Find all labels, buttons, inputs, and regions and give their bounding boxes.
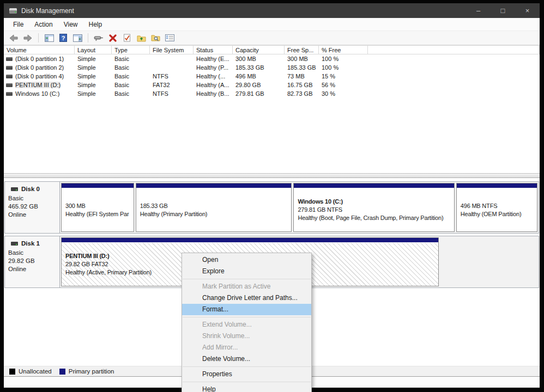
volume-list-header: Volume Layout Type File System Status Ca… <box>4 45 540 54</box>
primary-partition-swatch <box>59 369 65 375</box>
forward-icon[interactable] <box>22 33 34 44</box>
column-header-volume[interactable]: Volume <box>4 46 75 54</box>
column-header-capacity[interactable]: Capacity <box>233 46 285 54</box>
disk-icon <box>11 242 18 246</box>
svg-text:?: ? <box>62 35 65 41</box>
disk1-label-panel[interactable]: Disk 1 Basic 29.82 GB Online <box>5 236 60 287</box>
menu-file[interactable]: File <box>8 19 29 30</box>
minimize-button[interactable]: – <box>466 3 491 18</box>
menu-item-format[interactable]: Format... <box>182 304 311 315</box>
disk0-state: Online <box>8 211 56 219</box>
help-icon[interactable]: ? <box>57 33 69 44</box>
disk1-kind: Basic <box>8 249 56 257</box>
menu-separator <box>183 279 311 279</box>
toolbar-separator <box>88 33 88 42</box>
volume-icon <box>6 66 13 70</box>
column-header-file-system[interactable]: File System <box>150 46 194 54</box>
pane-splitter[interactable] <box>4 173 540 178</box>
disk1-size: 29.82 GB <box>8 257 56 265</box>
toolbar: ? <box>4 31 540 45</box>
column-header-free-space[interactable]: Free Sp... <box>285 46 319 54</box>
column-header-pct-free[interactable]: % Free <box>319 46 368 54</box>
close-button[interactable]: × <box>515 3 540 18</box>
menu-item-shrink-volume: Shrink Volume... <box>182 330 311 342</box>
primary-partition-stripe <box>62 238 438 243</box>
volume-icon <box>6 75 13 78</box>
delete-icon[interactable] <box>107 33 119 44</box>
unallocated-swatch <box>9 369 15 375</box>
disk0-partition1[interactable]: 300 MB Healthy (EFI System Par <box>61 183 134 232</box>
menu-item-explore[interactable]: Explore <box>182 266 311 277</box>
title-bar: Disk Management – □ × <box>4 3 540 18</box>
column-header-layout[interactable]: Layout <box>75 46 112 54</box>
screenshot-root: { "window": { "title": "Disk Management"… <box>0 0 544 392</box>
disk0-partition-c[interactable]: Windows 10 (C:) 279.81 GB NTFS Healthy (… <box>293 183 454 232</box>
check-document-icon[interactable] <box>121 33 133 44</box>
window-controls: – □ × <box>466 3 540 18</box>
menu-item-delete-volume[interactable]: Delete Volume... <box>182 353 311 365</box>
volume-icon <box>6 83 13 87</box>
table-row[interactable]: (Disk 0 partition 2) Simple Basic Health… <box>4 63 540 72</box>
app-disk-icon <box>9 8 17 14</box>
toolbar-separator <box>38 33 39 42</box>
maximize-button[interactable]: □ <box>491 3 515 18</box>
menu-separator <box>183 382 311 382</box>
table-row[interactable]: Windows 10 (C:) Simple Basic NTFS Health… <box>4 89 540 98</box>
menu-item-open[interactable]: Open <box>182 254 311 266</box>
folder-up-icon[interactable] <box>135 33 147 44</box>
volume-icon <box>6 92 13 96</box>
menu-separator <box>183 317 311 317</box>
menu-view[interactable]: View <box>58 19 83 30</box>
disk0-size: 465.92 GB <box>8 203 56 211</box>
partition-context-menu: Open Explore Mark Partition as Active Ch… <box>182 253 312 392</box>
disk0-partition4[interactable]: 496 MB NTFS Healthy (OEM Partition) <box>456 183 537 232</box>
disk-icon <box>11 187 18 191</box>
folder-search-icon[interactable] <box>149 33 161 44</box>
menu-help[interactable]: Help <box>83 19 108 30</box>
menu-item-help[interactable]: Help <box>182 384 311 392</box>
disk1-state: Online <box>8 265 56 273</box>
table-row[interactable]: (Disk 0 partition 4) Simple Basic NTFS H… <box>4 72 540 81</box>
menu-item-add-mirror: Add Mirror... <box>182 342 311 353</box>
show-action-pane-icon[interactable] <box>71 33 83 44</box>
primary-partition-stripe <box>294 183 454 188</box>
menu-item-mark-partition-active: Mark Partition as Active <box>182 281 311 292</box>
disk0-partition2[interactable]: 185.33 GB Healthy (Primary Partition) <box>136 183 292 232</box>
primary-partition-stripe <box>457 183 537 188</box>
primary-partition-stripe <box>62 183 134 188</box>
back-icon[interactable] <box>8 33 20 44</box>
column-header-type[interactable]: Type <box>112 46 150 54</box>
menu-item-properties[interactable]: Properties <box>182 369 311 380</box>
volume-icon <box>6 57 13 61</box>
volume-list-pane: Volume Layout Type File System Status Ca… <box>4 45 540 173</box>
disk0-label-panel[interactable]: Disk 0 Basic 465.92 GB Online <box>5 182 60 233</box>
column-header-spacer <box>368 46 540 54</box>
legend-primary-partition: Primary partition <box>59 368 114 375</box>
menu-action[interactable]: Action <box>29 19 58 30</box>
column-header-status[interactable]: Status <box>194 46 233 54</box>
table-row-selected[interactable]: PENTIUM III (D:) Simple Basic FAT32 Heal… <box>4 81 540 89</box>
menu-bar: File Action View Help <box>4 18 540 31</box>
menu-item-change-drive-letter[interactable]: Change Drive Letter and Paths... <box>182 292 311 304</box>
disk0-kind: Basic <box>8 194 56 203</box>
table-row[interactable]: (Disk 0 partition 1) Simple Basic Health… <box>4 54 540 63</box>
window-title: Disk Management <box>21 7 74 15</box>
console-window-icon[interactable] <box>93 33 105 44</box>
legend-unallocated: Unallocated <box>9 368 52 375</box>
disk0-row: Disk 0 Basic 465.92 GB Online 300 MB Hea… <box>4 181 539 234</box>
primary-partition-stripe <box>136 183 292 188</box>
menu-separator <box>183 366 311 367</box>
show-console-tree-icon[interactable] <box>43 33 55 44</box>
properties-icon[interactable] <box>164 33 176 44</box>
menu-item-extend-volume: Extend Volume... <box>182 319 311 330</box>
